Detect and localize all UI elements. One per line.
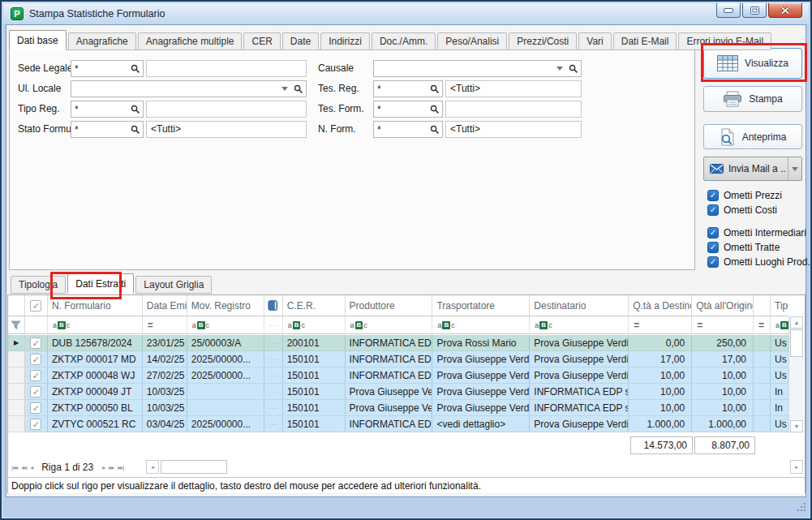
tab-vari[interactable]: Vari [578,32,611,50]
close-button[interactable] [768,3,802,18]
nav-next-button[interactable]: ▸ [102,464,105,471]
col-empty[interactable] [754,295,771,316]
col-cer[interactable]: C.E.R. [283,295,346,316]
row-checkbox[interactable]: ✓ [25,367,48,384]
cell-registro-button[interactable]: ··· [264,351,283,367]
tab-errori-invio-email[interactable]: Errori invio E-Mail [678,32,771,50]
search-icon[interactable] [427,105,442,114]
tab-dati-email[interactable]: Dati E-Mail [613,32,677,50]
stato-formul-value[interactable]: <Tutti> [146,121,307,138]
tab-date[interactable]: Date [282,32,319,50]
tipo-reg-code-input[interactable]: * [71,101,144,118]
scroll-up-button[interactable]: ▲ [790,316,803,329]
filter-icon[interactable] [8,316,25,333]
filter-qta-destino[interactable]: = [629,316,692,333]
minimize-button[interactable] [716,3,741,18]
search-icon[interactable] [566,64,581,74]
filter-checkbox-cell[interactable] [25,316,48,333]
col-data-emi[interactable]: Data Emi. [143,295,187,316]
col-n-formulario[interactable]: N. Formulario [48,295,143,316]
tab-indirizzi[interactable]: Indirizzi [320,32,370,50]
cell-registro-button[interactable]: ··· [264,416,283,432]
tes-reg-code-input[interactable]: * [373,80,443,97]
table-row[interactable]: ✓ ZKTXP 000050 BL 10/03/25 ··· 150101 Pr… [8,400,788,416]
col-qta-origine[interactable]: Qtà all'Origine [692,295,754,316]
stampa-button[interactable]: Stampa [703,86,802,112]
tab-doc-amm[interactable]: Doc./Amm. [372,32,436,50]
search-icon[interactable] [128,125,143,135]
search-icon[interactable] [427,84,442,94]
filter-produttore[interactable]: aBc [346,316,433,333]
anteprima-button[interactable]: Anteprima [703,124,802,149]
scroll-down-button[interactable]: ▼ [790,420,803,432]
ometti-intermediari-checkbox[interactable]: ✓ Ometti Intermediari [707,227,806,239]
table-row[interactable]: ✓ ZKTXP 000049 JT 10/03/25 ··· 150101 Pr… [8,384,788,400]
row-checkbox[interactable]: ✓ [25,351,48,367]
filter-registro[interactable]: ··· [264,316,283,333]
tab-anagrafiche[interactable]: Anagrafiche [68,32,136,50]
tes-reg-value[interactable]: <Tutti> [445,80,582,97]
filter-destinatario[interactable]: aBc [530,316,629,333]
ometti-costi-checkbox[interactable]: ✓ Ometti Costi [707,204,777,216]
cell-registro-button[interactable]: ··· [264,367,283,384]
filter-tipo[interactable]: aB [771,316,788,333]
vertical-scrollbar-thumb[interactable] [790,329,803,357]
nav-next-page-button[interactable]: ▸▸ [109,464,114,471]
col-qta-destino[interactable]: Q.tà a Destino [629,295,692,316]
tab-anagrafiche-multiple[interactable]: Anagrafiche multiple [138,32,243,50]
dropdown-icon[interactable] [553,67,566,71]
table-row[interactable]: ✓ ZKTXP 000048 WJ 27/02/25 2025/00000...… [8,367,788,384]
resize-grip[interactable] [796,501,807,516]
tab-cer[interactable]: CER [243,32,280,50]
tipo-reg-value[interactable] [146,101,307,118]
ometti-tratte-checkbox[interactable]: ✓ Ometti Tratte [707,242,780,253]
horizontal-scrollbar-thumb[interactable] [161,460,227,474]
tab-peso-analisi[interactable]: Peso/Analisi [437,32,507,50]
n-form-value[interactable]: <Tutti> [445,121,582,138]
tab-layout-griglia[interactable]: Layout Griglia [135,276,212,294]
row-checkbox[interactable]: ✓ [25,335,48,351]
filter-cer[interactable]: aBc [283,316,346,333]
col-produttore[interactable]: Produttore [346,295,433,316]
table-row[interactable]: ✓ ZVTYC 000521 RC 03/04/25 2025/00000...… [8,416,788,432]
row-checkbox[interactable]: ✓ [25,400,48,416]
filter-mov-registro[interactable]: aBc [187,316,264,333]
tab-prezzi-costi[interactable]: Prezzi/Costi [509,32,577,50]
filter-n-formulario[interactable]: aBc [48,316,143,333]
title-bar[interactable]: P Stampa Statistiche Formulario [3,3,809,24]
col-mov-registro[interactable]: Mov. Registro [187,295,264,316]
nav-first-button[interactable]: |◂◂ [11,464,17,471]
col-tipo[interactable]: Tipo [771,295,788,316]
scroll-left-button[interactable]: ◂ [146,460,159,474]
filter-trasportatore[interactable]: aBc [432,316,530,333]
stato-formul-code-input[interactable]: * [71,121,144,138]
ul-locale-combo[interactable] [71,80,307,97]
nav-prev-button[interactable]: ◂ [30,464,32,471]
n-form-code-input[interactable]: * [373,121,443,138]
sede-legale-code-input[interactable]: * [71,60,144,77]
ometti-prezzi-checkbox[interactable]: ✓ Ometti Prezzi [707,190,782,201]
cell-registro-button[interactable]: ··· [264,384,283,400]
row-checkbox[interactable]: ✓ [25,384,48,400]
scroll-right-button[interactable]: ▸ [790,460,803,474]
vertical-scrollbar[interactable]: ▲ ▼ [788,316,803,433]
filter-empty[interactable]: = [754,316,771,333]
cell-registro-button[interactable]: ··· [264,400,283,416]
maximize-button[interactable] [742,3,767,18]
filter-data-emi[interactable]: = [143,316,187,333]
ometti-luoghi-prod-checkbox[interactable]: ✓ Ometti Luoghi Prod. [707,256,810,268]
nav-prev-page-button[interactable]: ◂◂ [21,464,26,471]
tab-tipologia[interactable]: Tipologia [11,276,66,294]
table-row[interactable]: ✓ ZKTXP 000017 MD 14/02/25 2025/00000...… [8,351,788,367]
tab-dati-base[interactable]: Dati base [9,30,67,50]
search-icon[interactable] [291,84,306,94]
tab-dati-estratti[interactable]: Dati Estratti [67,273,134,294]
causale-combo[interactable] [373,60,582,77]
invia-mail-dropdown[interactable] [788,157,801,180]
search-icon[interactable] [427,125,442,135]
table-row[interactable]: ▶ ✓ DUB 125678/2024 23/01/25 25/00003/A … [8,335,788,351]
tes-form-value[interactable] [445,101,582,118]
filter-qta-origine[interactable]: = [692,316,754,333]
tes-form-code-input[interactable]: * [373,101,443,118]
col-registro-icon[interactable] [264,295,283,316]
